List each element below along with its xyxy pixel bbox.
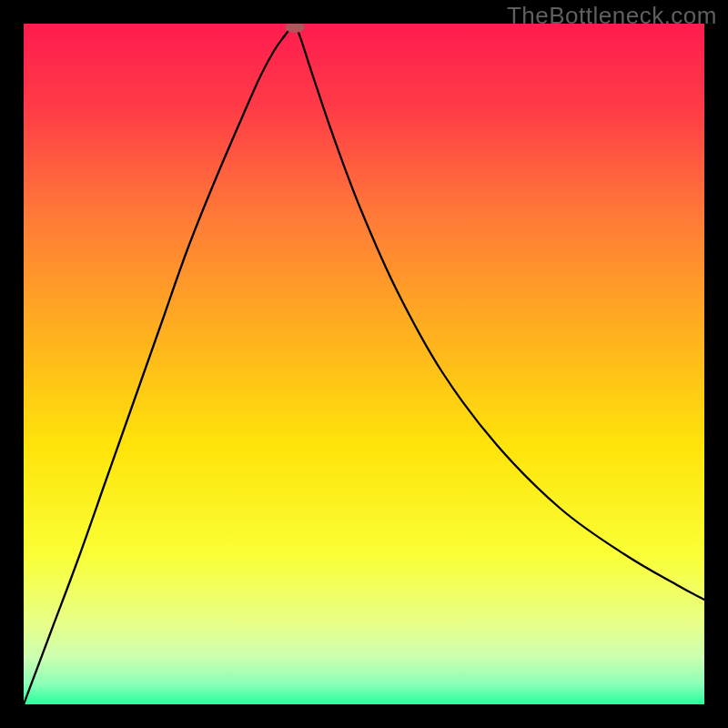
watermark-text: TheBottleneck.com [507, 2, 717, 30]
chart-frame [0, 0, 728, 728]
